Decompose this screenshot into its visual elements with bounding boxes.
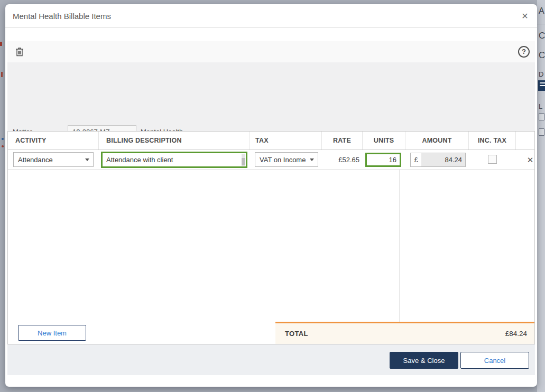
table-row: Attendance Attendance with client VAT on… <box>8 150 534 170</box>
background-divider <box>4 50 4 151</box>
column-header-inc-tax: INC. TAX <box>469 132 516 150</box>
inc-tax-checkbox[interactable] <box>488 155 497 164</box>
background-fragment <box>2 145 4 147</box>
column-header-amount: AMOUNT <box>405 132 469 150</box>
background-clipboard-icon <box>539 128 544 136</box>
entry-form: Matter Mental Health Staff* Michael Zyzn… <box>7 62 535 131</box>
background-text-fragment: D <box>539 70 543 78</box>
background-page-right-fragment: A C C D L <box>537 0 545 392</box>
cancel-button[interactable]: Cancel <box>460 352 529 369</box>
column-header-tax: TAX <box>250 132 322 150</box>
background-fragment <box>2 138 4 140</box>
grid-header-row: ACTIVITY BILLING DESCRIPTION TAX RATE UN… <box>8 132 534 150</box>
amount-input[interactable]: 84.24 <box>421 153 465 166</box>
currency-prefix: £ <box>411 153 421 166</box>
background-document-icon <box>538 80 545 91</box>
textarea-scrollbar[interactable] <box>242 154 245 166</box>
dialog-toolbar: ? <box>7 41 535 62</box>
background-text-fragment: C <box>539 50 545 61</box>
help-icon[interactable]: ? <box>518 46 530 58</box>
column-header-activity: ACTIVITY <box>8 132 99 150</box>
close-icon[interactable]: ✕ <box>519 10 531 23</box>
row-delete-icon[interactable]: ✕ <box>521 150 539 170</box>
column-header-billing-description: BILLING DESCRIPTION <box>99 132 250 150</box>
column-header-actions <box>516 132 534 150</box>
background-text-fragment: C <box>539 31 545 41</box>
background-fragment <box>1 72 3 77</box>
billable-items-grid: ACTIVITY BILLING DESCRIPTION TAX RATE UN… <box>7 131 535 344</box>
dialog-action-bar: Save & Close Cancel <box>7 344 535 375</box>
background-clipboard-icon <box>539 113 544 120</box>
column-header-units: UNITS <box>363 132 405 150</box>
grid-empty-body <box>8 170 534 322</box>
chevron-down-icon <box>85 158 89 161</box>
trash-icon <box>14 46 25 58</box>
grid-footer: New Item TOTAL £84.24 <box>8 322 534 344</box>
activity-dropdown[interactable]: Attendance <box>13 152 94 167</box>
total-label: TOTAL <box>285 330 308 338</box>
save-and-close-button[interactable]: Save & Close <box>390 352 458 369</box>
background-fragment <box>0 42 2 46</box>
background-text-fragment: A <box>539 6 544 16</box>
background-page-left-fragment <box>0 0 5 392</box>
background-divider <box>537 24 545 24</box>
units-input[interactable] <box>365 153 401 167</box>
rate-value: £52.65 <box>301 150 359 170</box>
dialog-titlebar: Mental Health Billable Items ✕ <box>5 4 537 28</box>
column-header-rate: RATE <box>322 132 363 150</box>
new-item-button[interactable]: New Item <box>18 325 86 341</box>
dialog-title: Mental Health Billable Items <box>13 4 111 28</box>
total-value: £84.24 <box>505 330 527 338</box>
billing-description-textarea[interactable]: Attendance with client <box>101 152 247 168</box>
total-band: TOTAL £84.24 <box>275 322 534 344</box>
amount-field: £ 84.24 <box>410 153 466 167</box>
background-text-fragment: L <box>539 102 542 110</box>
billable-items-dialog: Mental Health Billable Items ✕ ? Matter … <box>5 4 537 387</box>
grid-body-divider <box>399 170 400 322</box>
delete-entry-button[interactable] <box>14 46 25 58</box>
